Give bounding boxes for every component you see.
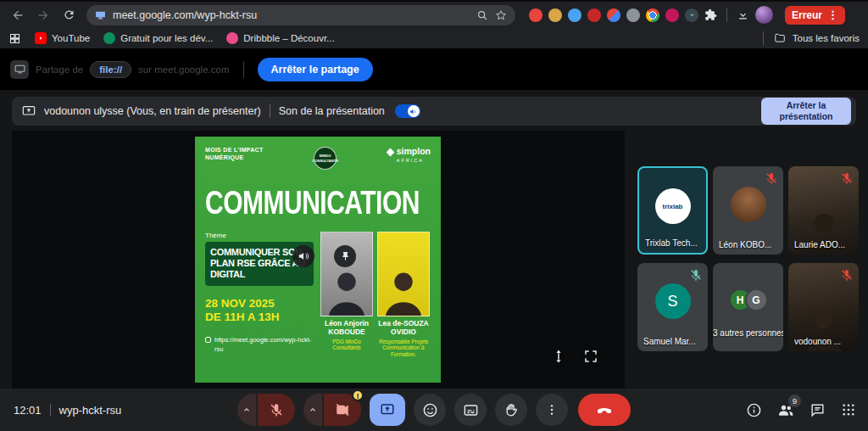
bookmark-youtube[interactable]: YouTube: [35, 32, 90, 44]
presentation-volume-button[interactable]: [292, 245, 314, 267]
shared-poster: MOIS DE L'IMPACT NUMÉRIQUE MINDO CONSULT…: [195, 137, 441, 383]
share-text-suffix: sur meet.google.com: [138, 64, 229, 75]
participant-name: Samuel Mar...: [643, 337, 696, 346]
mic-options-button[interactable]: [237, 394, 256, 426]
tile-laurie[interactable]: Laurie ADO...: [788, 166, 859, 255]
simplon-logo: simplon AFRICA: [387, 147, 431, 163]
avatar-initial-g: G: [745, 288, 768, 311]
side-panel-grid-icon[interactable]: [8, 32, 21, 45]
error-label: Erreur: [792, 9, 822, 21]
toolbar-divider: [726, 8, 727, 22]
extension-icon-6[interactable]: [626, 8, 640, 22]
extension-icon-4[interactable]: [587, 8, 601, 22]
back-button[interactable]: [7, 4, 29, 26]
share-bar-divider: [243, 61, 244, 78]
mic-off-icon: [269, 402, 284, 417]
search-icon[interactable]: [476, 9, 488, 21]
camera-options-button[interactable]: [303, 394, 322, 426]
mic-control: [237, 394, 295, 426]
share-origin-chip[interactable]: file://: [90, 61, 131, 78]
tab-sharing-icon[interactable]: [95, 9, 106, 20]
bookmark-star-icon[interactable]: [495, 9, 507, 21]
tile-trixlab[interactable]: trixlab Trixlab Tech...: [637, 166, 708, 255]
pin-presentation-button[interactable]: [334, 245, 356, 267]
speaker-1-photo: [320, 232, 373, 316]
all-favorites[interactable]: Tous les favoris: [760, 31, 860, 45]
simplon-diamond-icon: [386, 148, 394, 157]
leon-avatar: [731, 187, 766, 222]
samuel-avatar: S: [655, 283, 691, 319]
info-icon: [746, 402, 762, 418]
smiley-icon: [422, 402, 438, 418]
forward-button[interactable]: [32, 4, 54, 26]
presentation-banner: vodounon ulysse (Vous, en train de prése…: [12, 97, 856, 126]
more-options-button[interactable]: [536, 394, 568, 426]
address-bar[interactable]: meet.google.com/wyp-hckt-rsu: [86, 5, 515, 25]
poster-program: MOIS DE L'IMPACT NUMÉRIQUE: [205, 147, 264, 162]
error-button[interactable]: Erreur ⋮: [785, 6, 845, 25]
captions-button[interactable]: [454, 394, 487, 426]
stage-actions: [548, 346, 601, 367]
speaker-2-photo: [377, 232, 430, 316]
speaker-icon: [409, 108, 417, 115]
mic-off-icon: [689, 268, 703, 282]
stop-presentation-button[interactable]: Arrêter la présentation: [761, 98, 851, 124]
profile-avatar[interactable]: [755, 6, 773, 24]
meeting-details-button[interactable]: [746, 402, 762, 418]
meeting-code: wyp-hckt-rsu: [59, 404, 122, 417]
extension-icon-1[interactable]: [529, 8, 542, 22]
extension-icon-7[interactable]: [665, 8, 679, 22]
mic-off-icon: [840, 171, 854, 185]
others-count-label: 3 autres personnes: [713, 328, 783, 338]
participant-name: vodounon ...: [794, 337, 841, 346]
chevron-up-icon: [242, 405, 252, 415]
reload-button[interactable]: [58, 4, 80, 26]
reactions-button[interactable]: [414, 394, 446, 426]
present-icon: [22, 104, 36, 118]
presentation-sound-toggle[interactable]: [395, 104, 420, 118]
raise-hand-button[interactable]: [495, 394, 527, 426]
present-now-button[interactable]: [370, 394, 405, 426]
leave-call-button[interactable]: [578, 394, 631, 426]
forward-icon: [36, 8, 50, 22]
presentation-sound-label: Son de la présentation: [279, 105, 385, 117]
tile-samuel[interactable]: S Samuel Mar...: [637, 263, 708, 351]
fullscreen-button[interactable]: [581, 346, 601, 367]
bookmarks-bar: YouTube Gratuit pour les dév... Dribbble…: [0, 28, 868, 48]
reframe-button[interactable]: [548, 346, 569, 367]
extension-icon-8[interactable]: [685, 8, 698, 22]
trixlab-logo: trixlab: [655, 188, 691, 224]
chat-panel-button[interactable]: [810, 402, 826, 418]
meet-app: vodounon ulysse (Vous, en train de prése…: [0, 90, 868, 431]
bookmark-dribbble[interactable]: Dribbble – Découvr...: [226, 32, 334, 44]
extension-icon-3[interactable]: [568, 8, 581, 22]
back-icon: [11, 8, 25, 22]
people-panel-button[interactable]: 9: [777, 401, 794, 418]
clock: 12:01: [14, 404, 42, 417]
participants-grid: trixlab Trixlab Tech... Léon KOBO... Lau…: [637, 166, 859, 351]
presentation-stage: MOIS DE L'IMPACT NUMÉRIQUE MINDO CONSULT…: [12, 131, 625, 389]
chrome-icon[interactable]: [646, 8, 659, 22]
meet-control-bar: 12:01 wyp-hckt-rsu !: [0, 389, 868, 431]
mindo-logo: MINDO CONSULTANTS: [314, 147, 337, 170]
extension-icon-5[interactable]: [607, 8, 620, 22]
extensions-puzzle-icon[interactable]: [704, 8, 717, 21]
tile-leon[interactable]: Léon KOBO...: [713, 166, 783, 255]
stop-sharing-button[interactable]: Arrêter le partage: [258, 58, 373, 81]
mic-off-icon: [765, 171, 778, 185]
extension-icon-2[interactable]: [548, 8, 562, 22]
downloads-icon[interactable]: [737, 8, 749, 21]
bookmark-favicon-green: [103, 32, 115, 44]
activities-button[interactable]: [841, 402, 856, 417]
chevron-up-icon: [308, 405, 318, 415]
mic-mute-button[interactable]: [258, 394, 295, 426]
present-screen-icon: [380, 402, 395, 417]
bookmark-gratuit[interactable]: Gratuit pour les dév...: [103, 32, 213, 44]
tile-others[interactable]: H G 3 autres personnes: [713, 263, 783, 351]
camera-toggle-button[interactable]: !: [324, 394, 361, 426]
tile-vodounon[interactable]: vodounon ...: [788, 263, 859, 351]
poster-theme-label: Thème: [205, 232, 315, 239]
camera-off-icon: [335, 402, 350, 417]
browser-toolbar: meet.google.com/wyp-hckt-rsu Erreur ⋮: [0, 0, 868, 28]
more-vertical-icon[interactable]: ⋮: [827, 9, 838, 20]
